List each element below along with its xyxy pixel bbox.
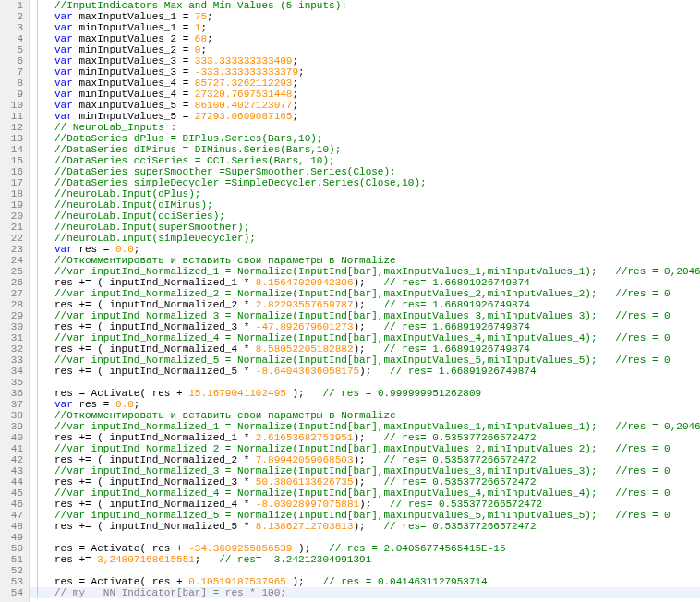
code-line[interactable]: var minInputValues_4 = 27320.7697531448; [30, 89, 700, 100]
line-number: 12 [0, 122, 23, 133]
indent-guide [37, 66, 38, 78]
code-line[interactable]: var maxInputValues_1 = 75; [30, 11, 700, 22]
token-ident: maxInputValues_1 [73, 11, 183, 22]
code-line[interactable]: //var inputInd_Normalized_1 = Normalize(… [30, 421, 700, 432]
code-line[interactable]: //var inputInd_Normalized_1 = Normalize(… [30, 266, 700, 277]
code-line[interactable]: //var inputInd_Normalized_4 = Normalize(… [30, 332, 700, 343]
code-line[interactable]: var maxInputValues_2 = 68; [30, 33, 700, 44]
code-line[interactable]: //neuroLab.Input(superSmoother); [30, 222, 700, 233]
code-line[interactable] [30, 532, 700, 543]
token-num: 75 [195, 11, 207, 22]
code-line[interactable]: //neuroLab.Input(cciSeries); [30, 211, 700, 222]
code-line[interactable]: //InputIndicators Max and Min Values (5 … [30, 0, 700, 11]
code-line[interactable] [30, 565, 700, 576]
code-line[interactable]: //var inputInd_Normalized_2 = Normalize(… [30, 288, 700, 299]
code-line[interactable]: var maxInputValues_3 = 333.333333333409; [30, 55, 700, 66]
token-ident: minInputValues_2 [73, 44, 183, 55]
code-line[interactable]: //DataSeries dIMinus = DIMinus.Series(Ba… [30, 144, 700, 155]
indent-guide [37, 310, 38, 321]
code-line[interactable]: res = Activate( res + -34.3609255856539 … [30, 543, 700, 554]
code-line[interactable]: res += ( inputInd_Normalized_4 * 8.58052… [30, 343, 700, 355]
code-line[interactable]: //var inputInd_Normalized_4 = Normalize(… [30, 488, 700, 499]
indent-guide [37, 421, 38, 432]
indent-guide [37, 177, 38, 188]
token-num: 8.15647020942306 [256, 277, 354, 288]
token-op: ); [353, 343, 383, 355]
code-line[interactable]: //Откомментировать и вставить свои парам… [30, 255, 700, 266]
token-num: 0.10519187537965 [188, 576, 286, 587]
code-line[interactable]: res += ( inputInd_Normalized_3 * -47.892… [30, 321, 700, 332]
code-line[interactable]: res += 3,24807168615551; // res= -3.2421… [30, 554, 700, 565]
code-line[interactable]: res += ( inputInd_Normalized_4 * -8.0302… [30, 499, 700, 510]
token-ident: inputInd_Normalized_5 [109, 366, 243, 377]
line-number: 29 [0, 310, 23, 321]
code-line[interactable]: //neuroLab.Input(simpleDecycler); [30, 233, 700, 244]
token-op: ; [207, 11, 213, 22]
token-ident: inputInd_Normalized_3 [109, 476, 243, 488]
line-number: 11 [0, 111, 23, 122]
code-line[interactable]: var maxInputValues_4 = 85727.3262112293; [30, 78, 700, 89]
token-op: = [183, 11, 195, 22]
code-line[interactable]: //var inputInd_Normalized_3 = Normalize(… [30, 310, 700, 321]
code-line[interactable]: //var inputInd_Normalized_5 = Normalize(… [30, 510, 700, 521]
indent-guide [37, 11, 38, 22]
code-line[interactable]: var minInputValues_5 = 27293.0609087165; [30, 111, 700, 122]
code-line[interactable]: //DataSeries dPlus = DIPlus.Series(Bars,… [30, 133, 700, 144]
code-line[interactable]: res += ( inputInd_Normalized_3 * 50.3806… [30, 476, 700, 488]
code-line[interactable] [30, 377, 700, 388]
code-editor[interactable]: //InputIndicators Max and Min Values (5 … [30, 0, 700, 602]
code-line[interactable]: res += ( inputInd_Normalized_2 * 7.89942… [30, 454, 700, 465]
code-line[interactable]: res += ( inputInd_Normalized_5 * 8.13862… [30, 521, 700, 532]
indent-guide [37, 111, 38, 122]
indent-guide [37, 166, 38, 177]
code-line[interactable]: res += ( inputInd_Normalized_5 * -8.6404… [30, 366, 700, 377]
indent-guide [37, 78, 38, 89]
code-line[interactable]: //var inputInd_Normalized_3 = Normalize(… [30, 465, 700, 476]
code-line[interactable]: res += ( inputInd_Normalized_1 * 8.15647… [30, 277, 700, 288]
code-line[interactable]: res = Activate( res + 0.10519187537965 )… [30, 576, 700, 587]
code-line[interactable]: res = Activate( res + 15.1679041102495 )… [30, 388, 700, 399]
code-line[interactable]: //var inputInd_Normalized_2 = Normalize(… [30, 443, 700, 454]
code-line[interactable]: // my_ NN_Indicator[bar] = res * 100; [30, 587, 700, 598]
token-ident: res [54, 366, 78, 377]
token-kw: var [54, 55, 73, 66]
line-number: 39 [0, 421, 23, 432]
line-number: 15 [0, 155, 23, 166]
line-number: 50 [0, 543, 23, 554]
code-line[interactable]: var minInputValues_2 = 0; [30, 44, 700, 55]
code-line[interactable]: //var inputInd_Normalized_5 = Normalize(… [30, 355, 700, 366]
token-num: 0.0 [115, 399, 134, 410]
code-line[interactable]: //DataSeries simpleDecycler =SimpleDecyc… [30, 177, 700, 188]
line-number: 47 [0, 510, 23, 521]
code-line[interactable]: res += ( inputInd_Normalized_1 * 2.61653… [30, 432, 700, 443]
token-comment: //DataSeries dIMinus = DIMinus.Series(Ba… [54, 144, 341, 155]
indent-guide [37, 133, 38, 144]
line-number: 1 [0, 0, 23, 11]
indent-guide [37, 454, 38, 465]
indent-guide [37, 233, 38, 244]
code-line[interactable]: //neuroLab.Input(dPlus); [30, 188, 700, 199]
code-line[interactable]: //DataSeries cciSeries = CCI.Series(Bars… [30, 155, 700, 166]
token-comment: //neuroLab.Input(cciSeries); [54, 211, 225, 222]
code-line[interactable]: var res = 0.0; [30, 244, 700, 255]
code-line[interactable]: var maxInputValues_5 = 86100.4027123077; [30, 100, 700, 111]
code-line[interactable]: var minInputValues_1 = 1; [30, 22, 700, 33]
code-line[interactable]: var minInputValues_3 = -333.333333333379… [30, 66, 700, 78]
indent-guide [37, 488, 38, 499]
line-number-gutter: 1234567891011121314151617181920212223242… [0, 0, 30, 602]
token-ident: res [54, 543, 78, 554]
token-op: = [183, 33, 195, 44]
token-op: ; [134, 244, 140, 255]
line-number: 14 [0, 144, 23, 155]
indent-guide [37, 554, 38, 565]
indent-guide [37, 33, 38, 44]
code-line[interactable]: res += ( inputInd_Normalized_2 * 2.82293… [30, 299, 700, 310]
code-line[interactable]: var res = 0.0; [30, 399, 700, 410]
code-line[interactable]: //neuroLab.Input(dIMinus); [30, 199, 700, 211]
indent-guide [37, 443, 38, 454]
code-line[interactable]: // NeuroLab_Inputs : [30, 122, 700, 133]
token-num: 333.333333333409 [195, 55, 293, 66]
token-op: = [183, 100, 195, 111]
code-line[interactable]: //Откомментировать и вставить свои парам… [30, 410, 700, 421]
code-line[interactable]: //DataSeries superSmoother =SuperSmoothe… [30, 166, 700, 177]
